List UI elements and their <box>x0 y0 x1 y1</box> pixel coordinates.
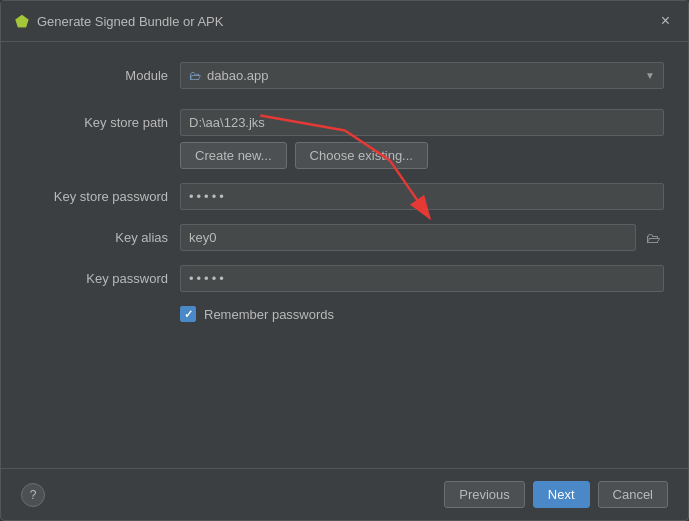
remember-passwords-row: ✓ Remember passwords <box>180 306 664 322</box>
keystorepath-label: Key store path <box>25 115 180 130</box>
keyalias-label: Key alias <box>25 230 180 245</box>
keystorepath-input[interactable] <box>180 109 664 136</box>
module-row: Module 🗁 dabao.app ▼ <box>25 62 664 89</box>
folder-icon: 🗁 <box>646 230 660 246</box>
keyalias-wrapper: 🗁 <box>180 224 664 251</box>
keypassword-row: Key password <box>25 265 664 292</box>
keypassword-control <box>180 265 664 292</box>
keyalias-control: 🗁 <box>180 224 664 251</box>
dialog-title: Generate Signed Bundle or APK <box>37 14 223 29</box>
module-select[interactable]: 🗁 dabao.app ▼ <box>180 62 664 89</box>
keystorepassword-control <box>180 183 664 210</box>
footer-buttons: Previous Next Cancel <box>444 481 668 508</box>
dialog-footer: ? Previous Next Cancel <box>1 468 688 520</box>
module-label: Module <box>25 68 180 83</box>
dialog: ⬟ Generate Signed Bundle or APK × Module… <box>0 0 689 521</box>
android-icon: ⬟ <box>15 12 29 31</box>
keystorepassword-input[interactable] <box>180 183 664 210</box>
keyalias-browse-button[interactable]: 🗁 <box>642 228 664 248</box>
dialog-content: Module 🗁 dabao.app ▼ Key store path Crea… <box>1 42 688 468</box>
title-bar-left: ⬟ Generate Signed Bundle or APK <box>15 12 223 31</box>
keyalias-input[interactable] <box>180 224 636 251</box>
keystorepassword-row: Key store password <box>25 183 664 210</box>
remember-passwords-checkbox[interactable]: ✓ <box>180 306 196 322</box>
keypassword-input[interactable] <box>180 265 664 292</box>
create-new-button[interactable]: Create new... <box>180 142 287 169</box>
close-button[interactable]: × <box>657 11 674 31</box>
module-chevron-icon: ▼ <box>645 70 655 81</box>
module-value: dabao.app <box>207 68 268 83</box>
remember-passwords-label: Remember passwords <box>204 307 334 322</box>
next-button[interactable]: Next <box>533 481 590 508</box>
checkmark-icon: ✓ <box>184 308 193 321</box>
keystorepath-control <box>180 109 664 136</box>
cancel-button[interactable]: Cancel <box>598 481 668 508</box>
previous-button[interactable]: Previous <box>444 481 525 508</box>
keystore-action-buttons: Create new... Choose existing... <box>180 142 664 169</box>
keypassword-label: Key password <box>25 271 180 286</box>
help-button[interactable]: ? <box>21 483 45 507</box>
keystorepassword-label: Key store password <box>25 189 180 204</box>
title-bar: ⬟ Generate Signed Bundle or APK × <box>1 1 688 42</box>
choose-existing-button[interactable]: Choose existing... <box>295 142 428 169</box>
keyalias-row: Key alias 🗁 <box>25 224 664 251</box>
module-folder-icon: 🗁 <box>189 69 201 83</box>
keystorepath-row: Key store path <box>25 109 664 136</box>
